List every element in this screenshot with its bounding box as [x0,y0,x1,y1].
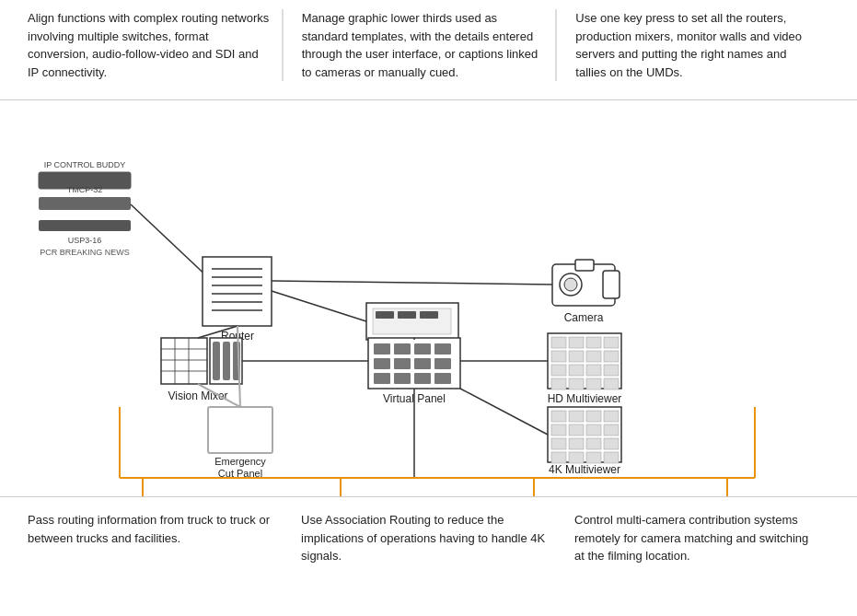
svg-rect-12 [398,311,416,319]
svg-rect-76 [208,407,272,453]
emergency-cut-label: Emergency [214,456,266,467]
svg-rect-54 [604,365,619,376]
svg-rect-52 [569,365,584,376]
svg-point-16 [564,278,577,291]
bottom-col-1: Pass routing information from truck to t… [28,511,283,565]
svg-rect-63 [604,411,619,422]
svg-rect-74 [586,452,601,463]
vpanel-4kmv-line [460,389,548,435]
top-descriptions: Align functions with complex routing net… [0,0,857,100]
left-to-router-line [131,204,212,281]
desc-col-1: Align functions with complex routing net… [28,9,284,81]
svg-rect-53 [586,365,601,376]
svg-rect-36 [414,358,431,369]
svg-rect-37 [434,358,451,369]
svg-rect-51 [551,365,566,376]
bottom-text-2: Use Association Routing to reduce the im… [301,511,547,565]
virtual-panel-node [368,338,460,389]
svg-rect-39 [394,373,411,384]
ip-control-label: IP CONTROL BUDDY [44,160,126,169]
svg-rect-45 [586,337,601,348]
svg-rect-72 [551,452,566,463]
svg-rect-68 [551,438,566,449]
svg-rect-3 [39,220,131,231]
svg-rect-13 [420,311,438,319]
svg-rect-19 [161,338,207,384]
svg-rect-48 [569,351,584,362]
hd-multiviewer-node [548,333,621,389]
svg-rect-40 [414,373,431,384]
emergency-cut-node [208,407,272,453]
svg-rect-41 [434,373,451,384]
svg-rect-46 [604,337,619,348]
svg-rect-73 [569,452,584,463]
svg-rect-35 [394,358,411,369]
router-camera-line [272,281,552,285]
desc-text-3: Use one key press to set all the routers… [575,9,820,81]
bottom-text-1: Pass routing information from truck to t… [28,511,273,547]
svg-rect-75 [604,452,619,463]
svg-rect-66 [586,424,601,436]
svg-rect-65 [569,424,584,436]
svg-rect-31 [394,343,411,354]
bottom-col-2: Use Association Routing to reduce the im… [301,511,556,565]
camera-node [552,260,620,306]
bottom-text-3: Control multi-camera contribution system… [574,511,820,565]
diagram-section: IP CONTROL BUDDY TMCP-32 USP3-16 PCR BRE… [0,100,857,496]
svg-rect-30 [374,343,390,354]
desc-col-3: Use one key press to set all the routers… [575,9,829,81]
vision-mixer-node [161,338,242,384]
camera-label: Camera [564,311,604,324]
desc-col-2: Manage graphic lower thirds used as stan… [302,9,558,81]
svg-rect-60 [551,411,566,422]
svg-rect-34 [374,358,390,369]
svg-rect-17 [575,260,594,271]
tmcp32-label: TMCP-32 [67,185,103,194]
svg-rect-2 [39,197,131,210]
svg-rect-71 [604,438,619,449]
svg-rect-49 [586,351,601,362]
svg-rect-43 [551,337,566,348]
svg-rect-18 [603,271,620,298]
bottom-col-3: Control multi-camera contribution system… [574,511,829,565]
svg-rect-64 [551,424,566,436]
router-controller-line [272,291,366,321]
svg-rect-11 [376,311,394,319]
svg-rect-47 [551,351,566,362]
svg-rect-32 [414,343,431,354]
svg-rect-62 [586,411,601,422]
4k-multiviewer-label: 4K Multiviewer [549,463,620,476]
usp316-label: USP3-16 [68,236,102,245]
svg-rect-27 [223,342,230,380]
svg-rect-38 [374,373,390,384]
svg-rect-55 [551,378,566,389]
router-node [203,257,272,326]
svg-rect-50 [604,351,619,362]
svg-rect-58 [604,378,619,389]
svg-rect-26 [213,342,220,380]
svg-rect-69 [569,438,584,449]
bottom-descriptions: Pass routing information from truck to t… [0,496,857,575]
svg-rect-44 [569,337,584,348]
pcr-label: PCR BREAKING NEWS [40,248,130,257]
svg-rect-56 [569,378,584,389]
desc-text-2: Manage graphic lower thirds used as stan… [302,9,547,81]
svg-rect-70 [586,438,601,449]
svg-rect-61 [569,411,584,422]
svg-rect-67 [604,424,619,436]
diagram-svg: IP CONTROL BUDDY TMCP-32 USP3-16 PCR BRE… [0,100,857,496]
hd-multiviewer-label: HD Multiviewer [548,392,622,405]
desc-text-1: Align functions with complex routing net… [28,9,272,81]
4k-multiviewer-node [548,407,621,463]
svg-rect-33 [434,343,451,354]
svg-rect-57 [586,378,601,389]
